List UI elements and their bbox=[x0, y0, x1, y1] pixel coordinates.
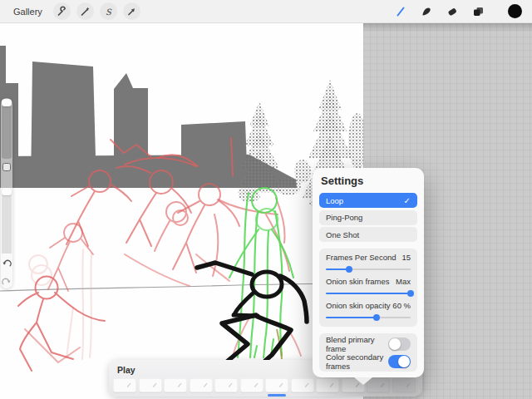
checkmark-icon: ✓ bbox=[404, 196, 411, 205]
selection-button[interactable]: S bbox=[100, 2, 117, 20]
color-secondary-label: Color secondary frames bbox=[326, 352, 388, 371]
eraser-button[interactable] bbox=[445, 4, 460, 19]
sliders-card: Frames Per Second 15 Onion skin frames M… bbox=[319, 249, 417, 327]
magic-wand-icon bbox=[79, 6, 91, 17]
onion-opacity-slider[interactable] bbox=[326, 314, 411, 321]
onion-opacity-value: 60 % bbox=[392, 301, 411, 310]
top-toolbar: Gallery S bbox=[0, 0, 532, 23]
active-frame-underline bbox=[268, 394, 286, 397]
toolbar-shadow bbox=[363, 23, 532, 32]
frame-thumbnail-6[interactable] bbox=[240, 378, 264, 392]
actions-button[interactable] bbox=[53, 2, 71, 20]
ground-line bbox=[0, 283, 363, 291]
svg-text:S: S bbox=[106, 7, 112, 16]
brush-size-track[interactable] bbox=[2, 106, 12, 159]
layers-button[interactable] bbox=[470, 4, 485, 19]
toggles-card: Blend primary frame Color secondary fram… bbox=[319, 333, 417, 372]
fps-label: Frames Per Second bbox=[326, 253, 396, 262]
canvas-drawing bbox=[0, 0, 363, 399]
blend-primary-toggle[interactable] bbox=[388, 337, 411, 351]
frame-thumbnail-4[interactable] bbox=[190, 378, 213, 392]
frame-thumbnail-9[interactable] bbox=[316, 378, 339, 392]
blend-primary-label: Blend primary frame bbox=[326, 335, 388, 353]
popover-title: Settings bbox=[321, 175, 417, 187]
smudge-button[interactable] bbox=[419, 4, 434, 19]
mode-option-loop[interactable]: Loop ✓ bbox=[319, 193, 417, 208]
brush-size-slider[interactable] bbox=[2, 99, 12, 106]
frame-strip bbox=[113, 378, 416, 392]
brush-opacity-slider[interactable] bbox=[2, 188, 12, 195]
frame-thumbnail-7[interactable] bbox=[265, 378, 288, 392]
frame-thumbnail-2[interactable] bbox=[139, 378, 162, 392]
gallery-button[interactable]: Gallery bbox=[13, 7, 42, 17]
drawing-canvas[interactable] bbox=[0, 0, 363, 399]
brush-button[interactable] bbox=[393, 4, 408, 19]
procreate-window: Gallery S bbox=[0, 0, 532, 399]
transform-button[interactable] bbox=[123, 2, 140, 20]
eraser-icon bbox=[446, 5, 459, 18]
smudge-icon bbox=[420, 5, 433, 18]
fps-value: 15 bbox=[401, 253, 411, 262]
layers-icon bbox=[471, 5, 485, 18]
mode-label: Loop bbox=[326, 196, 343, 205]
onion-opacity-label: Onion skin opacity bbox=[326, 301, 391, 310]
mode-label: One Shot bbox=[326, 230, 359, 239]
undo-icon[interactable] bbox=[2, 259, 12, 269]
color-secondary-toggle[interactable] bbox=[388, 355, 411, 368]
frame-thumbnail-8[interactable] bbox=[291, 378, 314, 392]
brush-opacity-track[interactable] bbox=[2, 195, 12, 254]
mode-label: Ping-Pong bbox=[326, 213, 362, 222]
selection-s-icon: S bbox=[102, 6, 114, 17]
wrench-icon bbox=[56, 6, 67, 17]
transform-arrow-icon bbox=[126, 6, 137, 17]
onion-frames-value: Max bbox=[396, 277, 411, 286]
redo-icon[interactable] bbox=[2, 278, 12, 288]
frame-thumbnail-12[interactable] bbox=[392, 378, 416, 392]
frame-thumbnail-5[interactable] bbox=[214, 378, 238, 392]
current-frame-black bbox=[197, 263, 307, 362]
mode-option-ping-pong[interactable]: Ping-Pong ✓ bbox=[319, 210, 417, 225]
fps-slider[interactable] bbox=[326, 266, 411, 273]
play-button[interactable]: Play bbox=[117, 365, 135, 375]
frame-thumbnail-11[interactable] bbox=[367, 378, 390, 392]
brush-icon bbox=[394, 5, 407, 18]
onion-frames-slider[interactable] bbox=[326, 290, 411, 297]
animation-settings-popover: Settings Loop ✓ Ping-Pong ✓ One Shot ✓ F… bbox=[313, 168, 424, 377]
brush-sidebar bbox=[1, 98, 12, 288]
modify-button[interactable] bbox=[2, 163, 11, 171]
color-swatch[interactable] bbox=[508, 4, 522, 18]
adjustments-button[interactable] bbox=[76, 2, 94, 20]
frame-thumbnail-1[interactable] bbox=[113, 378, 136, 392]
mode-option-one-shot[interactable]: One Shot ✓ bbox=[319, 227, 417, 242]
onion-frames-label: Onion skin frames bbox=[326, 277, 390, 286]
frame-thumbnail-3[interactable] bbox=[164, 378, 187, 392]
